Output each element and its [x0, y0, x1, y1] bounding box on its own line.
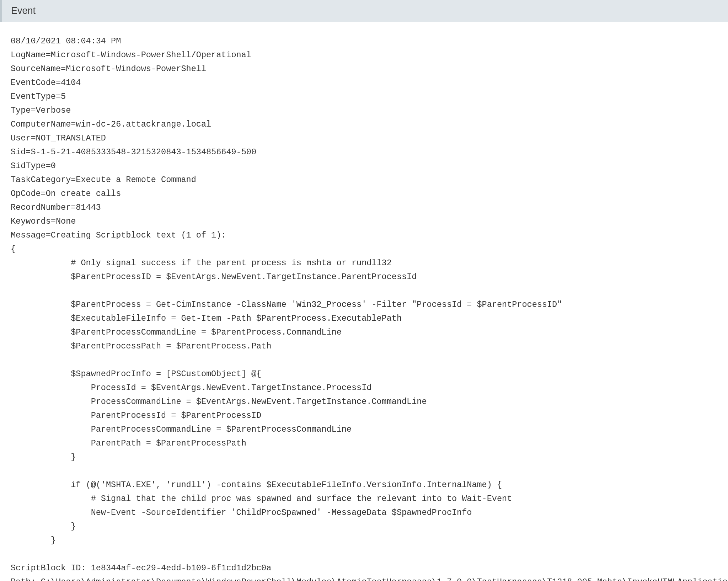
event-header-bar: Event — [0, 0, 728, 22]
event-panel: Event 08/10/2021 08:04:34 PM LogName=Mic… — [0, 0, 728, 581]
event-header-title: Event — [11, 5, 36, 16]
event-body: 08/10/2021 08:04:34 PM LogName=Microsoft… — [0, 22, 728, 581]
